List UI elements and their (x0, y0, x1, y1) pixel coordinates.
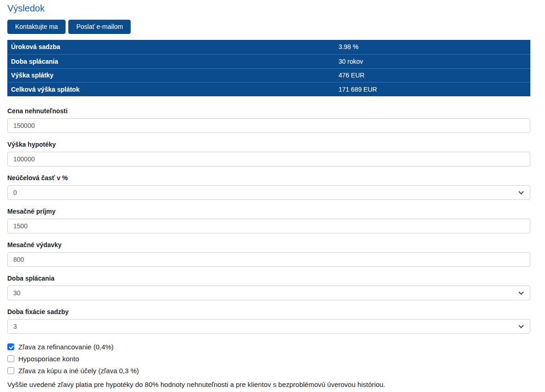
zlava-refinancovanie-checkbox[interactable] (7, 343, 14, 350)
mesacne-prijmy-label: Mesačné príjmy (7, 208, 530, 215)
zlava-kupa-checkbox-label: Zľava za kúpu a iné účely (zľava 0,3 %) (18, 367, 139, 375)
neucelova-cast-label: Neúčelová časť v % (7, 174, 530, 182)
footer-note: Vyššie uvedené zľavy platia pre hypotéky… (7, 381, 530, 388)
result-value: 476 EUR (338, 72, 527, 79)
mesacne-vydavky-label: Mesačné výdavky (7, 241, 530, 248)
zlava-refinancovanie-checkbox-label: Zľava za refinancovanie (0,4%) (18, 343, 114, 351)
results-table-row: Úroková sadzba3.98 % (7, 40, 530, 54)
mesacne-vydavky-input[interactable] (7, 252, 530, 267)
result-label: Doba splácania (11, 58, 338, 65)
neucelova-cast-select[interactable]: 0 (7, 185, 530, 200)
send-email-button[interactable]: Poslať e-mailom (68, 20, 131, 34)
doba-splacania-select-wrap: 30 (7, 286, 530, 300)
results-table-row: Doba splácania30 rokov (7, 54, 530, 68)
action-buttons: Kontaktujte ma Poslať e-mailom (7, 20, 530, 34)
contact-me-button[interactable]: Kontaktujte ma (7, 20, 66, 34)
result-value: 30 rokov (338, 58, 527, 65)
results-table-row: Celková výška splátok171 689 EUR (7, 82, 530, 96)
mesacne-prijmy-input[interactable] (7, 219, 530, 233)
doba-splacania-label: Doba splácania (7, 275, 530, 282)
checkbox-row-zlava-kupa: Zľava za kúpu a iné účely (zľava 0,3 %) (7, 367, 530, 374)
cena-nehnutelnosti-input[interactable] (7, 118, 530, 133)
discount-checkboxes: Zľava za refinancovanie (0,4%)Hyposporia… (7, 343, 530, 374)
zlava-kupa-checkbox[interactable] (7, 367, 14, 374)
results-table: Úroková sadzba3.98 %Doba splácania30 rok… (7, 40, 530, 96)
neucelova-cast-select-wrap: 0 (7, 185, 530, 200)
form-group-mesacne-vydavky: Mesačné výdavky (7, 241, 530, 267)
form-group-neucelova-cast: Neúčelová časť v %0 (7, 174, 530, 200)
form-fields: Cena nehnuteľnostiVýška hypotékyNeúčelov… (7, 107, 530, 334)
mortgage-calculator-page: Výsledok Kontaktujte ma Poslať e-mailom … (7, 0, 530, 388)
vyska-hypoteky-input[interactable] (7, 152, 530, 166)
cena-nehnutelnosti-label: Cena nehnuteľnosti (7, 107, 530, 115)
result-label: Celková výška splátok (11, 86, 338, 93)
form-group-cena-nehnutelnosti: Cena nehnuteľnosti (7, 107, 530, 133)
checkbox-row-zlava-refinancovanie: Zľava za refinancovanie (0,4%) (7, 343, 530, 350)
doba-fixacie-sadzby-select-wrap: 3 (7, 319, 530, 334)
form-group-mesacne-prijmy: Mesačné príjmy (7, 208, 530, 233)
result-value: 3.98 % (338, 43, 527, 50)
result-value: 171 689 EUR (338, 86, 527, 93)
hyposporiace-konto-checkbox[interactable] (7, 355, 14, 362)
doba-fixacie-sadzby-select[interactable]: 3 (7, 319, 530, 334)
form-group-doba-fixacie-sadzby: Doba fixácie sadzby3 (7, 308, 530, 334)
checkbox-row-hyposporiace-konto: Hyposporiace konto (7, 355, 530, 362)
form-group-doba-splacania: Doba splácania30 (7, 275, 530, 300)
result-label: Úroková sadzba (11, 43, 338, 50)
results-table-row: Výška splátky476 EUR (7, 68, 530, 83)
doba-fixacie-sadzby-label: Doba fixácie sadzby (7, 308, 530, 315)
hyposporiace-konto-checkbox-label: Hyposporiace konto (18, 355, 79, 363)
page-title: Výsledok (7, 3, 530, 14)
result-label: Výška splátky (11, 72, 338, 79)
doba-splacania-select[interactable]: 30 (7, 286, 530, 300)
form-group-vyska-hypoteky: Výška hypotéky (7, 141, 530, 166)
vyska-hypoteky-label: Výška hypotéky (7, 141, 530, 148)
